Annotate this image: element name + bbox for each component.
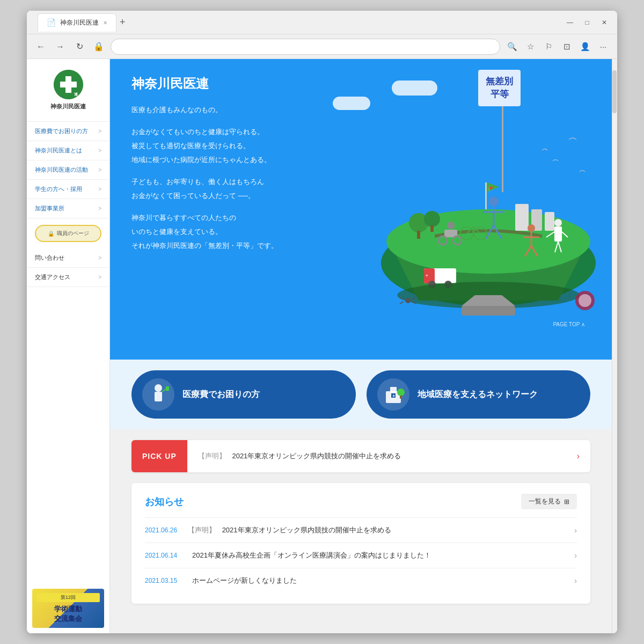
- sidebar-item-students[interactable]: 学生の方へ・採用 >: [27, 180, 109, 199]
- svg-point-10: [489, 196, 499, 206]
- chevron-right-icon: >: [98, 148, 101, 153]
- tab-label: 神奈川民医連: [60, 18, 99, 27]
- browser-tab[interactable]: 📄 神奈川民医連 ✕: [38, 13, 116, 32]
- sidebar: 連 神奈川民医連 医療費でお困りの方 > 神奈川民医連とは > 神奈川民医連の活…: [27, 59, 110, 633]
- screenshot-icon[interactable]: ⊡: [559, 39, 574, 54]
- news-content: 2021年夏休み高校生企画「オンライン医療講演会」の案内はじまりました！: [188, 551, 569, 560]
- scrollbar[interactable]: [612, 59, 617, 633]
- settings-icon[interactable]: ···: [596, 39, 611, 54]
- sidebar-item-contact[interactable]: 問い合わせ >: [27, 248, 109, 268]
- news-header: お知らせ 一覧を見る ⊞: [145, 494, 577, 509]
- logo-svg: 連: [54, 70, 83, 99]
- forward-button[interactable]: →: [53, 39, 68, 54]
- new-tab-button[interactable]: +: [120, 17, 126, 28]
- maximize-button[interactable]: □: [580, 15, 595, 30]
- minimize-button[interactable]: —: [562, 15, 577, 30]
- flag-text: 無差別 平等: [486, 76, 513, 99]
- search-icon[interactable]: 🔍: [504, 39, 519, 54]
- news-arrow-icon: ›: [569, 526, 577, 535]
- sidebar-item-label: 神奈川民医連とは: [35, 147, 82, 155]
- news-date: 2021.06.26: [145, 526, 188, 534]
- svg-rect-61: [390, 387, 397, 392]
- news-item-1[interactable]: 2021.06.26 【声明】 2021年東京オリンピック県内競技の開催中止を求…: [145, 517, 577, 543]
- lock-icon: 🔒: [48, 231, 54, 237]
- pickup-section[interactable]: PICK UP 【声明】 2021年東京オリンピック県内競技の開催中止を求める …: [131, 440, 590, 472]
- hero-para-3: 子どもも、お年寄りも、働く人はもちろん お金がなくて困っている人だって ──。: [131, 175, 303, 203]
- hero-para-4: 神奈川で暮らすすべての人たちの いのちと健康を支えている。 それが神奈川民医連の…: [131, 211, 303, 253]
- sidebar-item-label: 加盟事業所: [35, 204, 64, 213]
- staff-page-button[interactable]: 🔒 職員のページ: [35, 225, 101, 242]
- svg-rect-59: [166, 386, 169, 391]
- address-bar[interactable]: [111, 39, 500, 55]
- medical-person-svg: [147, 383, 170, 406]
- logo-area: 連 神奈川民医連: [27, 59, 109, 122]
- sidebar-item-about[interactable]: 神奈川民医連とは >: [27, 141, 109, 160]
- title-bar: 📄 神奈川民医連 ✕ + — □ ✕: [27, 11, 617, 34]
- svg-point-56: [155, 384, 162, 392]
- svg-point-36: [424, 211, 440, 227]
- news-grid-icon: ⊞: [564, 498, 569, 506]
- tab-area: 📄 神奈川民医連 ✕ +: [38, 13, 562, 32]
- news-item-2[interactable]: 2021.06.14 2021年夏休み高校生企画「オンライン医療講演会」の案内は…: [145, 543, 577, 568]
- chevron-right-icon: >: [98, 274, 101, 280]
- tab-close-button[interactable]: ✕: [103, 20, 107, 26]
- web-content[interactable]: 神奈川民医連 医療も介護もみんなのもの。 お金がなくてもいのちと健康は守られる。…: [110, 59, 612, 633]
- refresh-button[interactable]: ↻: [72, 39, 87, 54]
- lock-icon: 🔒: [91, 39, 106, 54]
- sidebar-item-medical-cost[interactable]: 医療費でお困りの方 >: [27, 122, 109, 141]
- close-button[interactable]: ✕: [597, 15, 612, 30]
- pickup-arrow-icon: ›: [566, 443, 590, 470]
- tab-page-icon: 📄: [47, 18, 56, 27]
- sidebar-nav: 医療費でお困りの方 > 神奈川民医連とは > 神奈川民医連の活動 > 学生の方へ…: [27, 122, 109, 583]
- pickup-tag: 【声明】: [198, 452, 226, 460]
- news-all-button[interactable]: 一覧を見る ⊞: [521, 494, 577, 509]
- news-arrow-icon: ›: [569, 576, 577, 585]
- pickup-badge: PICK UP: [131, 440, 187, 472]
- svg-rect-44: [462, 306, 515, 316]
- staff-btn-label: 職員のページ: [57, 230, 89, 237]
- news-date: 2021.06.14: [145, 552, 188, 559]
- hero-para-2: お金がなくてもいのちと健康は守られる。 被災しても適切な医療を受けられる。 地域…: [131, 125, 303, 167]
- chevron-right-icon: >: [98, 186, 101, 192]
- svg-line-49: [400, 302, 404, 304]
- banner-round-label: 第12回: [36, 593, 100, 602]
- cta-network-icon: +: [377, 378, 409, 411]
- banner-title: 学術運動 交流集会: [54, 604, 82, 624]
- svg-point-23: [528, 224, 535, 232]
- news-section: お知らせ 一覧を見る ⊞ 2021.06.26 【声明】 2021年東京オリンピ…: [131, 483, 590, 604]
- svg-rect-37: [430, 225, 434, 232]
- svg-point-52: [579, 294, 591, 307]
- cta-network-button[interactable]: + 地域医療を支えるネットワーク: [367, 370, 591, 419]
- chevron-right-icon: >: [98, 255, 101, 261]
- cta-medical-cost-label: 医療費でお困りの方: [182, 389, 260, 400]
- svg-rect-9: [545, 212, 554, 231]
- collections-icon[interactable]: ⚐: [541, 39, 556, 54]
- sidebar-item-label: 学生の方へ・採用: [35, 185, 82, 193]
- cta-medical-icon: [142, 378, 174, 411]
- page-top-button[interactable]: PAGE TOP ∧: [553, 321, 585, 327]
- cta-section: 医療費でお困りの方 +: [110, 360, 612, 429]
- browser-content: 連 神奈川民医連 医療費でお困りの方 > 神奈川民医連とは > 神奈川民医連の活…: [27, 59, 617, 633]
- sidebar-item-activities[interactable]: 神奈川民医連の活動 >: [27, 160, 109, 180]
- svg-rect-65: [400, 396, 402, 399]
- chevron-right-icon: >: [98, 206, 101, 211]
- sidebar-item-access[interactable]: 交通アクセス >: [27, 268, 109, 287]
- favorite-icon[interactable]: ☆: [523, 39, 538, 54]
- news-title: お知らせ: [145, 495, 184, 508]
- svg-rect-29: [554, 226, 562, 241]
- svg-text:連: 連: [74, 92, 78, 96]
- svg-point-64: [397, 389, 405, 396]
- profile-icon[interactable]: 👤: [577, 39, 592, 54]
- news-item-3[interactable]: 2021.03.15 ホームページが新しくなりました ›: [145, 568, 577, 593]
- hero-text: 医療も介護もみんなのもの。 お金がなくてもいのちと健康は守られる。 被災しても適…: [131, 103, 303, 253]
- news-all-label: 一覧を見る: [529, 497, 561, 506]
- cta-medical-cost-button[interactable]: 医療費でお困りの方: [131, 370, 356, 419]
- back-button[interactable]: ←: [33, 39, 48, 54]
- svg-point-46: [405, 298, 411, 303]
- sidebar-item-members[interactable]: 加盟事業所 >: [27, 199, 109, 218]
- news-date: 2021.03.15: [145, 577, 188, 584]
- window-controls: — □ ✕: [562, 15, 612, 30]
- logo-text: 神奈川民医連: [35, 103, 101, 111]
- sidebar-banner[interactable]: 第12回 学術運動 交流集会: [32, 589, 104, 628]
- browser-toolbar: ← → ↻ 🔒 🔍 ☆ ⚐ ⊡ 👤 ···: [27, 34, 617, 59]
